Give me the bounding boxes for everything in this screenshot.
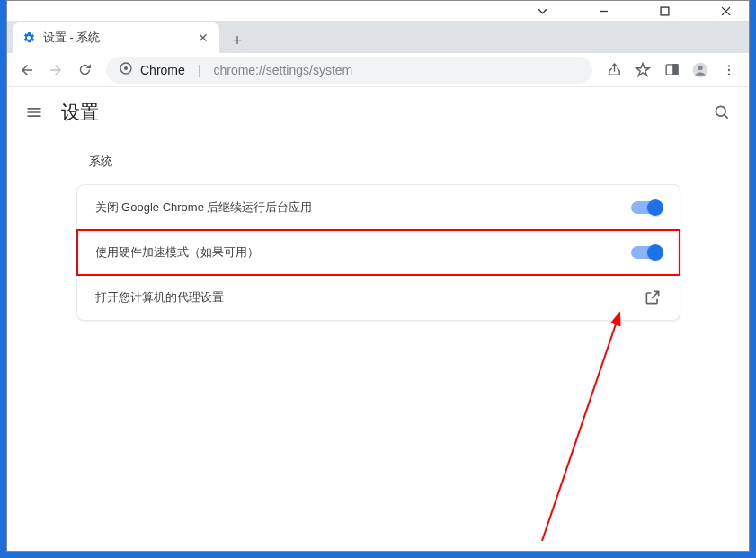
tab-title: 设置 - 系统 <box>43 31 189 46</box>
browser-tab[interactable]: 设置 - 系统 ✕ <box>13 22 219 53</box>
url-path: chrome://settings/system <box>213 63 352 77</box>
svg-rect-0 <box>661 7 669 15</box>
url-separator: | <box>198 63 201 77</box>
window-titlebar <box>7 1 749 21</box>
system-section: 系统 关闭 Google Chrome 后继续运行后台应用 使用硬件加速模式（如… <box>73 154 684 321</box>
window-maximize-button[interactable] <box>646 1 682 21</box>
external-link-icon <box>644 288 662 306</box>
toggle-switch[interactable] <box>631 246 662 259</box>
svg-rect-4 <box>672 65 677 75</box>
setting-row-proxy[interactable]: 打开您计算机的代理设置 <box>77 275 680 320</box>
setting-label: 使用硬件加速模式（如果可用） <box>95 244 631 261</box>
address-bar[interactable]: Chrome | chrome://settings/system <box>106 57 592 84</box>
forward-button[interactable] <box>43 58 68 83</box>
annotation-arrow <box>511 307 636 551</box>
new-tab-button[interactable]: + <box>225 28 250 53</box>
toggle-switch[interactable] <box>631 201 662 214</box>
svg-point-6 <box>698 65 702 69</box>
reload-button[interactable] <box>72 58 97 83</box>
browser-window: 设置 - 系统 ✕ + Chrome | chrome://settings/s… <box>6 0 750 552</box>
gear-icon <box>22 31 36 45</box>
setting-label: 关闭 Google Chrome 后继续运行后台应用 <box>95 199 631 216</box>
setting-row-background-apps[interactable]: 关闭 Google Chrome 后继续运行后台应用 <box>77 185 680 230</box>
section-title: 系统 <box>89 154 680 170</box>
hamburger-menu-button[interactable] <box>23 102 45 123</box>
svg-point-8 <box>728 68 730 70</box>
setting-label: 打开您计算机的代理设置 <box>95 289 644 306</box>
profile-icon[interactable] <box>688 58 713 83</box>
setting-row-hardware-accel[interactable]: 使用硬件加速模式（如果可用） <box>77 230 680 275</box>
side-panel-icon[interactable] <box>659 58 684 83</box>
window-minimize-button[interactable] <box>585 1 621 21</box>
page-title: 设置 <box>61 100 99 125</box>
menu-icon[interactable] <box>716 58 742 83</box>
svg-point-9 <box>728 73 730 75</box>
share-icon[interactable] <box>601 58 627 83</box>
settings-card: 关闭 Google Chrome 后继续运行后台应用 使用硬件加速模式（如果可用… <box>76 184 680 321</box>
bookmark-icon[interactable] <box>630 58 655 83</box>
tab-strip: 设置 - 系统 ✕ + <box>7 21 749 53</box>
search-button[interactable] <box>711 102 733 123</box>
window-close-button[interactable] <box>707 1 743 21</box>
site-info-icon[interactable] <box>119 61 133 78</box>
browser-toolbar: Chrome | chrome://settings/system <box>7 53 749 87</box>
window-dropdown-icon[interactable] <box>524 1 560 21</box>
svg-point-2 <box>124 66 128 70</box>
page-content: 设置 系统 关闭 Google Chrome 后继续运行后台应用 使用硬件加速模… <box>7 87 749 551</box>
svg-line-11 <box>542 316 618 541</box>
svg-point-7 <box>728 65 730 66</box>
settings-appbar: 设置 <box>7 87 749 137</box>
svg-point-10 <box>716 106 725 116</box>
back-button[interactable] <box>14 58 40 83</box>
tab-close-button[interactable]: ✕ <box>196 31 210 45</box>
url-origin: Chrome <box>140 63 185 77</box>
